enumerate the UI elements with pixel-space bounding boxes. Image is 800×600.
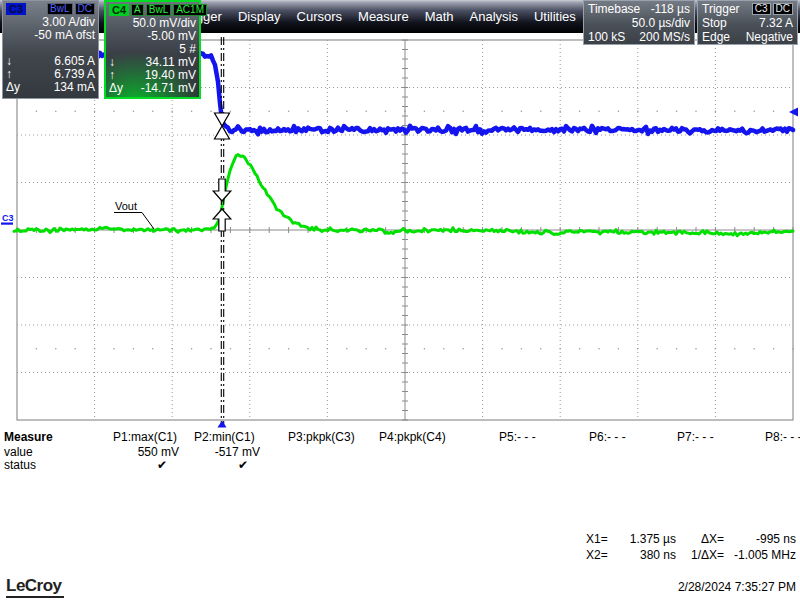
measure-param-3: P3:pkpk(C3) <box>288 430 358 444</box>
channel-badge-c3[interactable]: C3 <box>6 3 26 15</box>
grid-dot <box>288 110 290 112</box>
grid-dot <box>579 110 581 112</box>
grid-dot <box>94 348 96 350</box>
measure-param-status-icon: ✔ <box>194 458 260 472</box>
vout-label-leader <box>114 213 154 230</box>
timebase-scale: 50.0 µs/div <box>588 16 690 30</box>
grid-dot <box>152 110 154 112</box>
grid-dot <box>249 110 251 112</box>
grid-dot <box>482 110 484 112</box>
vout-label: Vout <box>115 200 137 212</box>
measure-param-8: P8:- - - <box>765 430 800 444</box>
grid-dot <box>462 110 464 112</box>
trigger-badge-c3: C3 <box>752 3 771 15</box>
measure-param-value: -517 mV <box>194 445 260 459</box>
lecroy-logo: LeCroy <box>6 576 64 598</box>
trigger-mode: Stop <box>702 16 727 30</box>
measure-param-label[interactable]: P7:- - - <box>677 430 747 444</box>
grid-dot <box>676 110 678 112</box>
measure-param-2: P2:min(C1)-517 mV✔ <box>194 430 264 444</box>
grid-dot <box>618 348 620 350</box>
trigger-slope: Negative <box>746 30 793 44</box>
c3-offset: -50 mA ofst <box>6 29 95 42</box>
measure-param-label[interactable]: P3:pkpk(C3) <box>288 430 358 444</box>
measure-param-5: P5:- - - <box>499 430 569 444</box>
badge-dc: DC <box>75 3 95 15</box>
grid-dot <box>482 348 484 350</box>
grid-dot <box>36 110 38 112</box>
grid-dot <box>230 110 232 112</box>
grid-dot <box>656 348 658 350</box>
measure-param-4: P4:pkpk(C4) <box>379 430 449 444</box>
dx-value: -995 ns <box>724 531 796 547</box>
grid-dot <box>74 348 76 350</box>
grid-dot <box>55 110 57 112</box>
grid-dot <box>443 348 445 350</box>
trigger-level: 7.32 A <box>759 16 793 30</box>
grid-dot <box>695 348 697 350</box>
measure-param-label[interactable]: P4:pkpk(C4) <box>379 430 449 444</box>
measure-param-label[interactable]: P2:min(C1) <box>194 430 264 444</box>
c4-cursor-delta: -14.71 mV <box>141 82 196 95</box>
cursor-readout: X1= 1.375 µs ΔX= -995 ns X2= 380 ns 1/ΔX… <box>586 531 798 563</box>
delta-y-icon: Δy <box>6 81 20 94</box>
grid-dot <box>171 348 173 350</box>
channel-descriptor-c4[interactable]: C4 ABwLAC1M 50.0 mV/div -5.00 mV 5 # ↓34… <box>104 0 201 99</box>
grid-dot <box>424 110 426 112</box>
measure-param-label[interactable]: P8:- - - <box>765 430 800 444</box>
grid-dot <box>618 110 620 112</box>
timebase-title: Timebase <box>588 2 640 16</box>
grid-dot <box>676 348 678 350</box>
channel-zero-marker-c3: C3 <box>2 213 14 223</box>
x2-label: X2= <box>586 547 616 563</box>
grid-dot <box>598 348 600 350</box>
trigger-kind: Edge <box>702 30 730 44</box>
invdx-value: -1.005 MHz <box>724 547 796 563</box>
grid-dot <box>695 110 697 112</box>
measure-param-7: P7:- - - <box>677 430 747 444</box>
grid-dot <box>734 110 736 112</box>
grid-dot <box>443 110 445 112</box>
x1-label: X1= <box>586 531 616 547</box>
measure-param-label[interactable]: P6:- - - <box>589 430 659 444</box>
trigger-time-icon[interactable] <box>218 421 227 428</box>
timebase-delay: -118 µs <box>651 2 690 16</box>
measure-title: Measure <box>4 430 53 444</box>
grid-dot <box>327 110 329 112</box>
grid-dot <box>773 110 775 112</box>
trigger-box[interactable]: Trigger C3DC Stop 7.32 A Edge Negative <box>697 0 798 45</box>
oscilloscope-screen: FileVerticalTimebaseTriggerDisplayCursor… <box>0 0 800 600</box>
grid-dot <box>540 348 542 350</box>
channel-descriptor-c3[interactable]: C3 BwLDC 3.00 A/div -50 mA ofst ↓6.605 A… <box>2 0 99 99</box>
measure-param-label[interactable]: P5:- - - <box>499 430 569 444</box>
grid-dot <box>579 348 581 350</box>
grid-dot <box>191 110 193 112</box>
timestamp: 2/28/2024 7:35:27 PM <box>678 580 796 594</box>
vout-trace[interactable] <box>14 155 793 236</box>
grid-dot <box>365 110 367 112</box>
grid-dot <box>94 110 96 112</box>
x1-value: 1.375 µs <box>616 531 676 547</box>
trigger-badge-dc: DC <box>773 3 793 15</box>
timebase-box[interactable]: Timebase -118 µs 50.0 µs/div 100 kS 200 … <box>583 0 695 45</box>
grid-dot <box>171 110 173 112</box>
timebase-rate: 200 MS/s <box>639 30 690 44</box>
delta-y-icon: Δy <box>109 82 123 95</box>
timebase-samples: 100 kS <box>588 30 625 44</box>
measure-param-value: 550 mV <box>113 445 179 459</box>
measure-param-label[interactable]: P1:max(C1) <box>113 430 183 444</box>
grid-dot <box>133 348 135 350</box>
grid-dot <box>521 110 523 112</box>
grid-dot <box>559 348 561 350</box>
channel-zero-marker-underline <box>1 223 13 225</box>
grid-dot <box>365 348 367 350</box>
grid-dot <box>715 110 717 112</box>
grid-dot <box>521 348 523 350</box>
grid-dot <box>327 348 329 350</box>
channel-badge-c4[interactable]: C4 <box>109 4 129 16</box>
grid-dot <box>55 348 57 350</box>
grid-dot <box>715 348 717 350</box>
grid-dot <box>113 110 115 112</box>
grid-dot <box>74 110 76 112</box>
grid-dot <box>540 110 542 112</box>
